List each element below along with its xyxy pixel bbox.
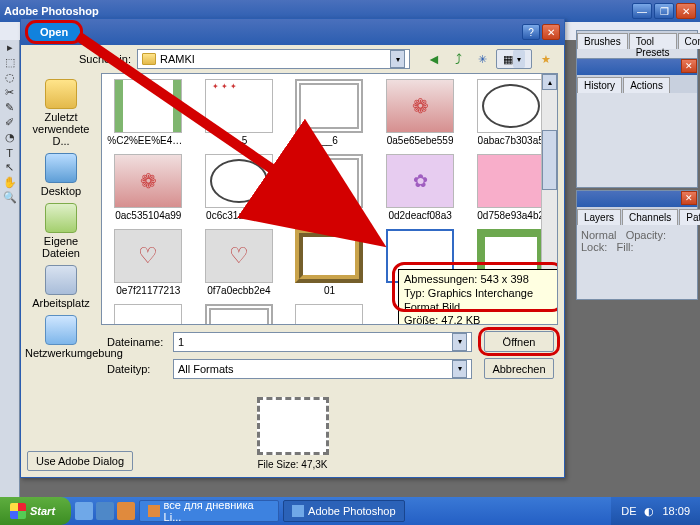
chevron-down-icon[interactable]: ▾: [452, 333, 467, 351]
dialog-close-icon[interactable]: ✕: [542, 24, 560, 40]
chevron-down-icon[interactable]: ▾: [452, 360, 467, 378]
file-caption: 0f7a0ecbb2e4: [207, 285, 270, 296]
quick-launch[interactable]: [75, 502, 135, 520]
layers-panel: ✕ Layers Channels Paths Normal Opacity: …: [576, 190, 698, 300]
file-caption: 01: [324, 285, 335, 296]
tab-layers[interactable]: Layers: [577, 209, 621, 225]
file-thumbnail: [477, 154, 545, 208]
file-item[interactable]: __6: [285, 76, 374, 149]
dialog-title: Open: [25, 20, 83, 44]
file-thumbnail: [114, 304, 182, 325]
file-item[interactable]: 01: [285, 226, 374, 299]
fill-label: Fill:: [616, 241, 633, 253]
file-thumbnail: [205, 229, 273, 283]
file-caption: 0a5e65ebe559: [387, 135, 454, 146]
back-icon[interactable]: ◄: [424, 49, 444, 69]
file-thumbnail: [477, 79, 545, 133]
place-mydocs[interactable]: Eigene Dateien: [25, 201, 97, 261]
clock[interactable]: 18:09: [662, 505, 690, 517]
file-caption: 0c6c31ab6e6d: [206, 210, 272, 221]
file-thumbnail: [386, 79, 454, 133]
file-thumbnail: [295, 154, 363, 208]
favorites-icon[interactable]: ★: [536, 49, 556, 69]
place-network[interactable]: Netzwerkumgebung: [25, 313, 97, 361]
file-thumbnail: [205, 304, 273, 325]
file-list[interactable]: %C2%EE%E4%ED…__5__60a5e65ebe5590abac7b30…: [101, 73, 558, 325]
filetype-select[interactable]: All Formats▾: [173, 359, 472, 379]
file-item[interactable]: 0f7a0ecbb2e4: [195, 226, 284, 299]
file-item[interactable]: %C2%EE%E4%ED…: [104, 76, 193, 149]
lock-label: Lock:: [581, 241, 607, 253]
place-recent[interactable]: Zuletzt verwendete D...: [25, 77, 97, 149]
preview-thumbnail: [257, 397, 329, 455]
file-caption: 0d758e93a4b2: [477, 210, 544, 221]
taskbar: Start все для дневника Li... Adobe Photo…: [0, 497, 700, 525]
tab-history[interactable]: History: [577, 77, 622, 93]
start-button[interactable]: Start: [0, 497, 71, 525]
places-bar: Zuletzt verwendete D... Desktop Eigene D…: [21, 73, 101, 325]
file-caption: __5: [231, 135, 248, 146]
taskbar-task-active[interactable]: Adobe Photoshop: [283, 500, 404, 522]
blend-mode[interactable]: Normal: [581, 229, 616, 241]
file-item[interactable]: 0c6c31ab6e6d: [195, 151, 284, 224]
system-tray[interactable]: DE ◐ 18:09: [611, 497, 700, 525]
scroll-thumb[interactable]: [542, 130, 557, 190]
file-caption: 0e7f21177213: [116, 285, 180, 296]
file-item[interactable]: 0ac535104a99: [104, 151, 193, 224]
taskbar-task[interactable]: все для дневника Li...: [139, 500, 279, 522]
file-caption: 0abac7b303a5: [478, 135, 544, 146]
file-item[interactable]: 0e7f21177213: [104, 226, 193, 299]
tab-paths[interactable]: Paths: [679, 209, 700, 225]
panel-close-icon[interactable]: ✕: [681, 59, 697, 73]
new-folder-icon[interactable]: ✳: [472, 49, 492, 69]
filetype-label: Dateityp:: [107, 363, 165, 375]
dialog-titlebar[interactable]: Open ? ✕: [21, 19, 564, 45]
tab-brushes[interactable]: Brushes: [577, 33, 628, 49]
file-item[interactable]: [285, 301, 374, 325]
filename-input[interactable]: 1▾: [173, 332, 472, 352]
cancel-button[interactable]: Abbrechen: [484, 358, 554, 379]
scroll-up-icon[interactable]: ▴: [542, 74, 557, 90]
view-menu[interactable]: ▦▾: [496, 49, 532, 69]
file-item[interactable]: 0c63fb262a18c: [285, 151, 374, 224]
tab-actions[interactable]: Actions: [623, 77, 670, 93]
file-item[interactable]: 0a5e65ebe559: [376, 76, 465, 149]
panel-close-icon[interactable]: ✕: [681, 191, 697, 205]
open-button[interactable]: Öffnen: [484, 331, 554, 352]
lookin-label: Suchen in:: [79, 53, 131, 65]
up-icon[interactable]: ⤴: [448, 49, 468, 69]
opacity-label: Opacity:: [626, 229, 666, 241]
language-indicator[interactable]: DE: [621, 505, 636, 517]
lookin-value: RAMKI: [160, 53, 195, 65]
windows-logo-icon: [10, 503, 26, 519]
chevron-down-icon[interactable]: ▾: [390, 50, 405, 68]
file-item[interactable]: [195, 301, 284, 325]
file-tooltip: Abmessungen: 543 x 398 Typ: Graphics Int…: [398, 269, 558, 325]
folder-icon: [142, 53, 156, 65]
lookin-combo[interactable]: RAMKI ▾: [137, 49, 410, 69]
file-thumbnail: [205, 79, 273, 133]
tab-comps[interactable]: Comps: [678, 33, 700, 49]
close-icon[interactable]: ✕: [676, 3, 696, 19]
maximize-icon[interactable]: ❐: [654, 3, 674, 19]
file-thumbnail: [295, 229, 363, 283]
file-thumbnail: [114, 79, 182, 133]
file-item[interactable]: 0d2deacf08a3: [376, 151, 465, 224]
file-thumbnail: [386, 154, 454, 208]
tools-palette[interactable]: ▸⬚◌✂✎✐◔T↖✋🔍: [0, 40, 20, 503]
filename-label: Dateiname:: [107, 336, 165, 348]
file-item[interactable]: __5: [195, 76, 284, 149]
file-thumbnail: [114, 229, 182, 283]
minimize-icon[interactable]: —: [632, 3, 652, 19]
use-adobe-dialog-button[interactable]: Use Adobe Dialog: [27, 451, 133, 471]
tray-icon[interactable]: ◐: [644, 505, 654, 518]
tab-channels[interactable]: Channels: [622, 209, 678, 225]
dialog-toolbar: Suchen in: RAMKI ▾ ◄ ⤴ ✳ ▦▾ ★: [21, 45, 564, 73]
file-item[interactable]: [104, 301, 193, 325]
place-computer[interactable]: Arbeitsplatz: [25, 263, 97, 311]
history-panel: ✕ History Actions: [576, 58, 698, 188]
tab-tool-presets[interactable]: Tool Presets: [629, 33, 677, 49]
file-caption: %C2%EE%E4%ED…: [107, 135, 189, 146]
help-icon[interactable]: ?: [522, 24, 540, 40]
place-desktop[interactable]: Desktop: [25, 151, 97, 199]
